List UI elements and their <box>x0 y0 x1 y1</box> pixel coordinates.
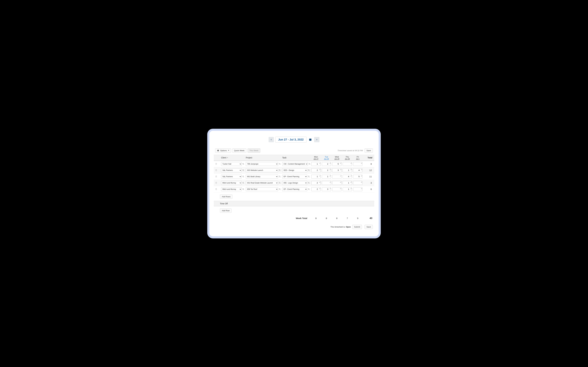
delete-row-button[interactable] <box>215 169 220 171</box>
svg-point-9 <box>279 163 280 164</box>
client-select[interactable]: Mitch and Murray <box>221 187 242 191</box>
next-week-button[interactable] <box>314 137 320 142</box>
note-corner-icon[interactable] <box>319 162 320 164</box>
day-header-tue[interactable]: TueJun 28 <box>322 156 331 160</box>
note-corner-icon[interactable] <box>319 181 320 183</box>
quick-week-button[interactable]: Quick Week <box>232 148 246 153</box>
delete-row-button[interactable] <box>215 175 220 177</box>
row-total: 6 <box>363 188 372 190</box>
search-icon[interactable] <box>242 182 245 184</box>
delete-row-button[interactable] <box>215 182 220 184</box>
table-row: S&L Partners003 Website LaunchDES - Desi… <box>214 167 374 174</box>
note-corner-icon[interactable] <box>329 175 331 176</box>
search-icon[interactable] <box>242 163 245 165</box>
search-icon[interactable] <box>242 188 245 190</box>
project-select[interactable]: 661 Build Library <box>246 175 278 178</box>
week-total-tue: 8 <box>322 217 331 219</box>
note-corner-icon[interactable] <box>350 169 352 170</box>
svg-point-11 <box>309 163 310 164</box>
task-select[interactable]: EP - Event Planning <box>282 187 307 191</box>
day-header-thu[interactable]: ThuJun 30 <box>343 156 352 160</box>
search-icon[interactable] <box>279 169 281 171</box>
client-select[interactable]: Tucker Hall <box>221 162 242 166</box>
delete-row-button[interactable] <box>215 163 220 165</box>
client-header[interactable]: Client <box>221 157 245 159</box>
search-icon[interactable] <box>279 163 281 165</box>
note-corner-icon[interactable] <box>361 162 362 164</box>
project-select[interactable]: 003 Website Launch <box>246 168 278 172</box>
svg-line-36 <box>309 189 310 190</box>
note-corner-icon[interactable] <box>350 162 352 164</box>
note-corner-icon[interactable] <box>340 188 341 189</box>
svg-marker-5 <box>228 150 229 151</box>
this-week-button[interactable]: This Week <box>248 148 260 153</box>
save-button-top[interactable]: Save <box>364 148 373 153</box>
project-select[interactable]: 789 Jumprope <box>246 162 278 166</box>
svg-line-12 <box>310 164 310 165</box>
add-rows-button[interactable]: Add Rows <box>220 194 233 199</box>
svg-point-35 <box>308 189 309 190</box>
task-select[interactable]: CM - Content Management <box>282 162 308 166</box>
note-corner-icon[interactable] <box>361 188 362 189</box>
prev-week-button[interactable] <box>268 137 274 142</box>
search-icon[interactable] <box>242 169 245 171</box>
project-select[interactable]: 659 Tar Roof <box>246 187 278 191</box>
note-corner-icon[interactable] <box>340 162 341 164</box>
timesheet-grid: Client Project Task MonJun 27 TueJun 28 … <box>214 155 374 222</box>
search-icon[interactable] <box>308 175 310 178</box>
project-select[interactable]: 001 Real Estate Website Launch <box>246 181 278 185</box>
task-select[interactable]: 055 - Logo Design <box>282 181 307 185</box>
week-grand-total: 40 <box>363 217 372 220</box>
note-corner-icon[interactable] <box>329 181 331 183</box>
search-icon[interactable] <box>242 175 245 178</box>
day-header-mon[interactable]: MonJun 27 <box>311 156 321 160</box>
add-row-button[interactable]: Add Row <box>220 209 232 213</box>
note-corner-icon[interactable] <box>361 175 362 176</box>
note-corner-icon[interactable] <box>319 175 320 176</box>
options-button[interactable]: Options <box>215 148 231 153</box>
submit-button[interactable]: Submit <box>352 225 362 229</box>
note-corner-icon[interactable] <box>329 169 331 170</box>
total-header: Total <box>363 157 372 159</box>
delete-row-button[interactable] <box>215 188 220 190</box>
svg-line-8 <box>243 164 244 165</box>
task-select[interactable]: DES - Design <box>282 168 307 172</box>
calendar-button[interactable] <box>308 137 313 142</box>
project-header[interactable]: Project <box>246 157 281 159</box>
note-corner-icon[interactable] <box>319 188 320 189</box>
svg-line-16 <box>280 170 280 171</box>
client-select[interactable]: S&L Partners <box>221 175 242 178</box>
client-select[interactable]: Mitch and Murray <box>221 181 242 185</box>
svg-line-10 <box>280 164 280 165</box>
note-corner-icon[interactable] <box>340 169 341 170</box>
table-row: Mitch and Murray659 Tar RoofEP - Event P… <box>214 186 374 192</box>
week-total-thu: 7 <box>343 217 352 219</box>
search-icon[interactable] <box>279 175 281 178</box>
day-header-fri[interactable]: FriJul 1 <box>353 156 362 160</box>
search-icon[interactable] <box>308 188 310 190</box>
note-corner-icon[interactable] <box>340 175 341 176</box>
search-icon[interactable] <box>279 188 281 190</box>
day-header-wed[interactable]: WedJun 29 <box>332 156 341 160</box>
note-corner-icon[interactable] <box>361 181 362 183</box>
search-icon[interactable] <box>309 163 311 165</box>
note-corner-icon[interactable] <box>350 181 352 183</box>
note-corner-icon[interactable] <box>361 169 362 170</box>
svg-point-15 <box>279 170 280 171</box>
search-icon[interactable] <box>279 182 281 184</box>
search-icon[interactable] <box>308 182 310 184</box>
search-icon[interactable] <box>308 169 310 171</box>
note-corner-icon[interactable] <box>329 162 331 164</box>
chevron-right-icon <box>316 139 318 141</box>
task-select[interactable]: EP - Event Planning <box>282 175 307 178</box>
toolbar: Options Quick Week This Week Timesheet s… <box>214 148 374 153</box>
note-corner-icon[interactable] <box>329 188 331 189</box>
save-button-bottom[interactable]: Save <box>364 225 373 229</box>
note-corner-icon[interactable] <box>350 175 352 176</box>
svg-point-21 <box>279 176 280 177</box>
note-corner-icon[interactable] <box>319 169 320 170</box>
note-corner-icon[interactable] <box>340 181 341 183</box>
note-corner-icon[interactable] <box>350 188 352 189</box>
client-select[interactable]: S&L Partners <box>221 168 242 172</box>
task-header[interactable]: Task <box>282 157 310 159</box>
